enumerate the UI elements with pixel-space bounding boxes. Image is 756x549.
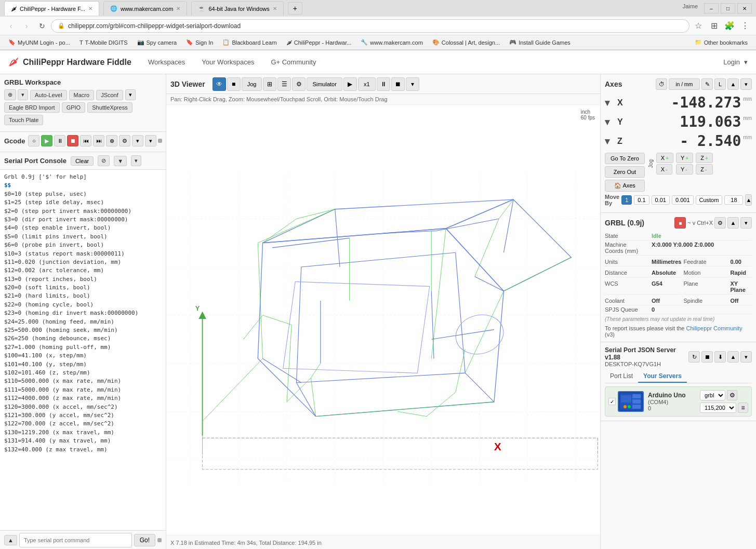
tab-port-list[interactable]: Port List xyxy=(605,370,638,383)
viewer-eye-btn[interactable]: 👁 xyxy=(213,77,226,91)
bookmark-7[interactable]: 🔧www.makercam.com xyxy=(356,38,427,47)
device-list-btn[interactable]: ≡ xyxy=(738,403,748,413)
other-bookmarks[interactable]: 📁Other bookmarks xyxy=(691,38,752,47)
move-val-1[interactable]: 1 xyxy=(621,195,632,205)
clear-button[interactable]: Clear xyxy=(71,156,94,166)
tab-close-2[interactable]: ✕ xyxy=(176,6,180,11)
macro-button[interactable]: Macro xyxy=(69,90,95,100)
move-val-01[interactable]: 0.1 xyxy=(634,195,649,205)
spjs-download-btn[interactable]: ⬇ xyxy=(714,351,726,363)
forward-button[interactable]: › xyxy=(20,19,33,33)
go-button[interactable]: Go! xyxy=(134,534,155,546)
jscript-button[interactable]: JSconf xyxy=(96,90,123,100)
login-button[interactable]: Login xyxy=(723,58,740,66)
serial-input-field[interactable] xyxy=(19,533,132,547)
bookmark-5[interactable]: 📋Blackboard Learn xyxy=(218,38,281,47)
viewer-list-btn[interactable]: ☰ xyxy=(277,77,291,91)
bookmark-star-icon[interactable]: ☆ xyxy=(692,19,705,33)
y-plus-btn[interactable]: Y+ xyxy=(676,153,693,163)
device-checkbox[interactable]: ✓ xyxy=(608,398,616,405)
y-axis-toggle[interactable]: ▾ xyxy=(605,116,617,128)
workspace-down-btn[interactable]: ▾ xyxy=(18,89,28,100)
gcode-resize-handle[interactable] xyxy=(158,139,162,143)
reload-button[interactable]: ↻ xyxy=(35,19,49,33)
community-link[interactable]: Chilipeppr Community xyxy=(686,325,742,331)
touch-plate-button[interactable]: Touch Plate xyxy=(4,115,43,125)
device-baud-select[interactable]: 115,200 xyxy=(700,403,736,413)
axes-home-button[interactable]: 🏠 Axes xyxy=(605,180,645,192)
custom-value-input[interactable] xyxy=(724,195,743,205)
spjs-stop-btn[interactable]: ⏹ xyxy=(701,351,713,363)
bookmark-9[interactable]: 🎮Install Guide Games xyxy=(505,38,575,47)
tab-close-1[interactable]: ✕ xyxy=(88,6,92,11)
gcode-down-btn[interactable]: ▾ xyxy=(132,135,143,146)
bookmark-1[interactable]: 🔖MyUNM Login - po... xyxy=(4,38,74,47)
move-val-0001[interactable]: 0.001 xyxy=(672,195,694,205)
browser-tab-active[interactable]: 🌶 ChiliPeppr - Hardware F... ✕ xyxy=(4,1,99,16)
spjs-down-btn[interactable]: ▾ xyxy=(740,351,752,363)
gcode-stop-button[interactable]: ⏹ xyxy=(67,135,78,146)
gcode-play-button[interactable]: ▶ xyxy=(41,135,52,146)
address-bar[interactable]: 🔒 chilipeppr.com/grbl#com-chilipeppr-wid… xyxy=(51,19,689,33)
gcode-person-btn[interactable]: ⊕ xyxy=(106,135,117,146)
viewer-grid-btn[interactable]: ⊞ xyxy=(263,77,276,91)
device-gear-btn[interactable]: ⚙ xyxy=(727,390,737,400)
x-plus-btn[interactable]: X+ xyxy=(656,153,673,163)
device-protocol-select[interactable]: grbl xyxy=(700,390,725,400)
gcode-skip-end-btn[interactable]: ⏭ xyxy=(93,135,104,146)
serial-filter-btn[interactable]: ▼ xyxy=(114,156,127,166)
z-axis-toggle[interactable]: ▾ xyxy=(605,136,617,147)
grbl-up-btn[interactable]: ▲ xyxy=(727,217,739,229)
new-tab-button[interactable]: + xyxy=(288,2,302,15)
axes-clock-btn[interactable]: ⏱ xyxy=(656,78,667,90)
login-dropdown-icon[interactable]: ▾ xyxy=(744,58,748,66)
close-button[interactable]: ✕ xyxy=(737,3,752,14)
bookmark-6[interactable]: 🌶ChiliPeppr - Hardwar... xyxy=(282,38,356,47)
tab-close-3[interactable]: ✕ xyxy=(273,6,277,11)
simulator-btn[interactable]: Simulator xyxy=(307,77,342,91)
browser-tab-2[interactable]: 🌐 www.makercam.com ✕ xyxy=(103,1,187,16)
axes-unit-btn[interactable]: in / mm xyxy=(669,78,700,90)
axes-down-btn[interactable]: ▾ xyxy=(740,78,752,90)
move-up-btn[interactable]: ▲ xyxy=(745,194,752,206)
workspace-more-btn[interactable]: ▾ xyxy=(125,89,136,100)
viewer-canvas[interactable]: inch 60 fps xyxy=(166,105,600,549)
go-to-zero-button[interactable]: Go To Zero xyxy=(605,153,645,164)
axes-edit-btn[interactable]: ✎ xyxy=(701,78,713,90)
zero-out-button[interactable]: Zero Out xyxy=(605,166,645,178)
gcode-pause-button[interactable]: ⏸ xyxy=(54,135,65,146)
bookmark-3[interactable]: 📷Spy camera xyxy=(133,38,181,47)
z-plus-btn[interactable]: Z+ xyxy=(696,153,713,163)
viewer-square-btn[interactable]: ■ xyxy=(227,77,241,91)
sim-speed-btn[interactable]: x1 xyxy=(358,77,376,91)
z-minus-btn[interactable]: Z- xyxy=(696,164,713,175)
more-icon[interactable]: ⋮ xyxy=(738,19,752,33)
minimize-button[interactable]: – xyxy=(704,3,719,14)
sim-stop-btn[interactable]: ⏹ xyxy=(391,77,405,91)
spjs-up-btn[interactable]: ▲ xyxy=(727,351,739,363)
serial-scroll-up-btn[interactable]: ▲ xyxy=(4,535,17,545)
gcode-circle-btn[interactable]: ○ xyxy=(28,135,39,146)
y-minus-btn[interactable]: Y- xyxy=(676,164,693,175)
grbl-gear-btn[interactable]: ⚙ xyxy=(714,217,726,229)
gcode-more-btn[interactable]: ▾ xyxy=(145,135,156,146)
gcode-gear-btn[interactable]: ⚙ xyxy=(119,135,130,146)
cast-icon[interactable]: ⊞ xyxy=(707,19,721,33)
sim-more-btn[interactable]: ▾ xyxy=(406,77,419,91)
shuttle-button[interactable]: ShuttleXpress xyxy=(87,102,132,113)
x-axis-toggle[interactable]: ▾ xyxy=(605,97,617,109)
move-val-custom[interactable]: Custom xyxy=(696,195,723,205)
gpio-button[interactable]: GPIO xyxy=(62,102,86,113)
nav-workspaces[interactable]: Workspaces xyxy=(144,56,189,68)
serial-ban-btn[interactable]: ⊘ xyxy=(98,155,110,166)
grbl-stop-btn[interactable]: ■ xyxy=(674,217,686,229)
spjs-refresh-btn[interactable]: ↻ xyxy=(688,351,700,363)
tab-your-servers[interactable]: Your Servers xyxy=(638,370,687,383)
cnc-viewer-svg[interactable]: Y X xyxy=(166,105,600,549)
sim-pause-btn[interactable]: ⏸ xyxy=(377,77,390,91)
extension-icon[interactable]: 🧩 xyxy=(723,19,736,33)
viewer-jog-btn[interactable]: Jog xyxy=(242,77,262,91)
bookmark-2[interactable]: TT-Mobile DIGITS xyxy=(75,38,132,47)
workspace-icon-btn[interactable]: ⊕ xyxy=(4,89,16,100)
viewer-settings-btn[interactable]: ⚙ xyxy=(292,77,306,91)
